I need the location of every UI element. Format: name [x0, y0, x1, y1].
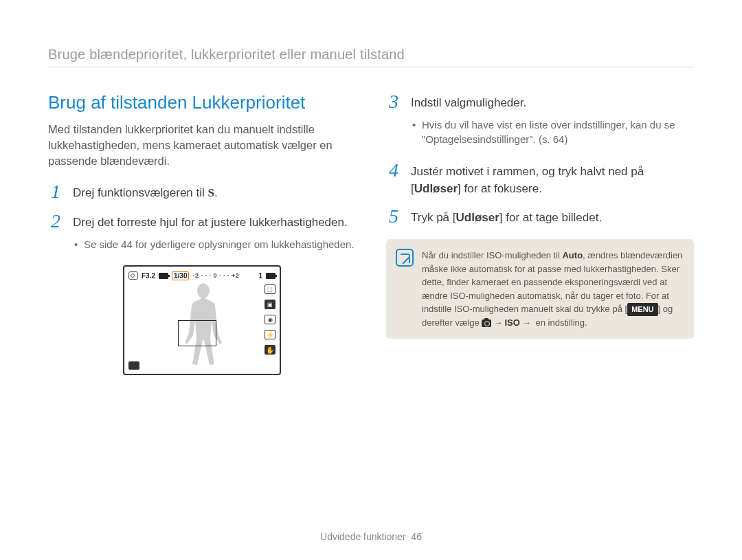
step-number: 2 — [48, 212, 63, 231]
footer-section: Udvidede funktioner — [320, 531, 406, 542]
arrow-icon: → — [520, 317, 533, 328]
battery-icon — [159, 273, 168, 279]
quality-icon: ▣ — [265, 300, 276, 309]
step-2-text: Drej det forreste hjul for at justere lu… — [73, 216, 348, 229]
step-number: 4 — [386, 161, 401, 180]
info-note: Når du indstiller ISO-muligheden til Aut… — [386, 239, 694, 339]
note-pre: Når du indstiller ISO-muligheden til — [422, 250, 562, 260]
note-text: Når du indstiller ISO-muligheden til Aut… — [422, 249, 683, 329]
drive-mode-icon — [128, 361, 139, 370]
mode-dial-s-icon: S — [208, 185, 214, 202]
camera-icon — [482, 320, 491, 327]
note-iso: ISO — [504, 317, 519, 328]
step-4-post: ] for at fokusere. — [458, 182, 542, 195]
right-column: 3 Indstil valgmuligheder. Hvis du vil ha… — [386, 92, 694, 375]
metering-icon: ◉ — [265, 315, 276, 324]
step-5: 5 Tryk på [Udløser] for at tage billedet… — [386, 207, 694, 227]
section-heading: Brug af tilstanden Lukkerprioritet — [48, 92, 356, 113]
step-number: 5 — [386, 207, 401, 226]
intro-paragraph: Med tilstanden lukkerprioritet kan du ma… — [48, 122, 356, 168]
step-3-bullet: Hvis du vil have vist en liste over inds… — [411, 117, 694, 148]
footer-page-number: 46 — [411, 531, 422, 542]
step-1-text-pre: Drej funktionsvælgeren til — [73, 186, 208, 199]
camera-display-illustration: F3.2 1/30 -2 · · · 0 · · · +2 1 ⬚ ▣ ◉ — [123, 265, 281, 375]
breadcrumb: Bruge blændeprioritet, lukkerprioritet e… — [48, 47, 694, 63]
aperture-value: F3.2 — [142, 272, 155, 280]
step-2: 2 Drej det forreste hjul for at justere … — [48, 212, 356, 256]
step-5-pre: Tryk på [ — [411, 211, 456, 224]
step-number: 1 — [48, 182, 63, 201]
step-2-bullet: Se side 44 for yderligere oplysninger om… — [73, 237, 356, 252]
divider — [48, 67, 694, 67]
left-column: Brug af tilstanden Lukkerprioritet Med t… — [48, 92, 356, 375]
shot-counter: 1 — [258, 272, 262, 280]
battery-level-icon — [266, 273, 276, 279]
note-end: en indstilling. — [533, 317, 587, 328]
page-footer: Udvidede funktioner 46 — [0, 531, 742, 542]
mode-indicator-icon — [128, 271, 138, 280]
step-1-text-post: . — [214, 186, 218, 199]
note-icon — [396, 249, 414, 267]
step-5-post: ] for at tage billedet. — [499, 211, 602, 224]
step-4: 4 Justér motivet i rammen, og tryk halvt… — [386, 161, 694, 197]
arrow-icon: → — [491, 317, 504, 328]
step-3-text: Indstil valgmuligheder. — [411, 96, 526, 109]
shutter-label: Udløser — [414, 182, 458, 195]
shutter-label: Udløser — [456, 211, 499, 224]
menu-button-icon: MENU — [627, 303, 657, 316]
step-3: 3 Indstil valgmuligheder. Hvis du vil ha… — [386, 92, 694, 151]
step-1: 1 Drej funktionsvælgeren til S. — [48, 182, 356, 202]
stabilizer-icon — [265, 345, 276, 355]
flash-icon — [265, 330, 276, 339]
step-number: 3 — [386, 92, 401, 111]
image-size-icon: ⬚ — [265, 284, 276, 294]
focus-frame — [178, 320, 216, 346]
note-auto: Auto — [562, 250, 583, 260]
ev-scale: -2 · · · 0 · · · +2 — [192, 272, 239, 279]
